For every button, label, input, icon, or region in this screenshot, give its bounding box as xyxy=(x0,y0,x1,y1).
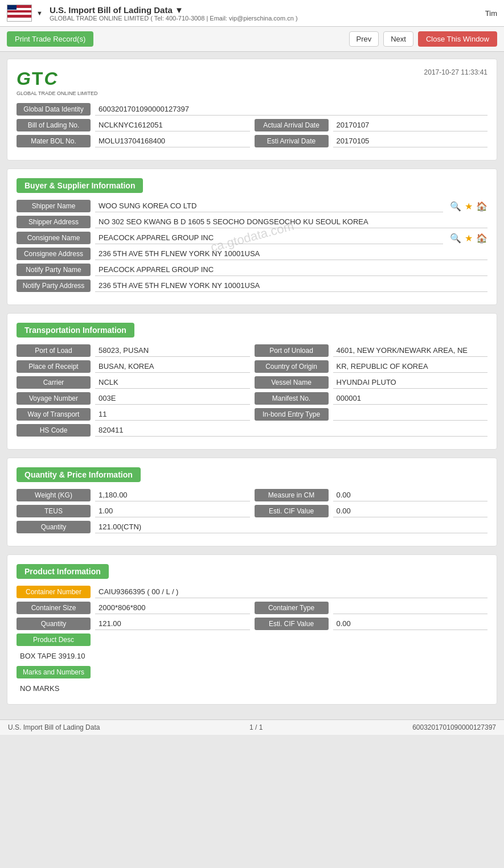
notify-party-name-label: Notify Party Name xyxy=(17,264,91,276)
prev-button[interactable]: Prev xyxy=(349,31,379,47)
bill-of-lading-label: Bill of Lading No. xyxy=(17,119,91,131)
global-data-identity-value: 6003201701090000127397 xyxy=(95,103,487,116)
notify-party-address-value: 236 5TH AVE 5TH FLNEW YORK NY 10001USA xyxy=(95,279,487,292)
master-bol-value: MOLU13704168400 xyxy=(95,135,250,147)
close-window-button[interactable]: Close This Window xyxy=(418,31,497,47)
quantity-price-title: Quantity & Price Information xyxy=(17,467,141,482)
country-of-origin-value: KR, REPUBLIC OF KOREA xyxy=(333,360,488,373)
port-of-unload-label: Port of Unload xyxy=(255,344,329,357)
transportation-title: Transportation Information xyxy=(17,323,134,338)
transportation-header: Transportation Information xyxy=(17,323,487,344)
hs-code-row: HS Code 820411 xyxy=(17,424,487,437)
carrier-label: Carrier xyxy=(17,376,91,389)
teus-cif-row: TEUS 1.00 Esti. CIF Value 0.00 xyxy=(17,505,487,517)
product-information-card: Product Information Container Number CAI… xyxy=(7,554,497,705)
prod-esti-cif-label: Esti. CIF Value xyxy=(255,618,329,630)
buyer-supplier-card: Buyer & Supplier Information Shipper Nam… xyxy=(7,168,497,305)
master-bol-label: Mater BOL No. xyxy=(17,135,91,147)
home-icon[interactable]: 🏠 xyxy=(476,201,487,212)
container-number-row: Container Number CAIU9366395 ( 00 / L / … xyxy=(17,586,487,598)
footer-center: 1 / 1 xyxy=(249,723,263,731)
container-number-label: Container Number xyxy=(17,586,91,598)
quantity-price-header: Quantity & Price Information xyxy=(17,467,487,489)
receipt-origin-row: Place of Receipt BUSAN, KOREA Country of… xyxy=(17,360,487,373)
star-icon[interactable]: ★ xyxy=(465,201,473,212)
hs-code-label: HS Code xyxy=(17,424,91,437)
shipper-name-value: WOO SUNG KOREA CO LTD xyxy=(95,200,443,212)
header-title-block: U.S. Import Bill of Lading Data ▼ GLOBAL… xyxy=(50,5,298,22)
next-button[interactable]: Next xyxy=(383,31,413,47)
toolbar: Print Trade Record(s) Prev Next Close Th… xyxy=(0,27,504,52)
consignee-address-row: Consignee Address 236 5TH AVE 5TH FLNEW … xyxy=(17,248,487,260)
vessel-name-label: Vessel Name xyxy=(255,376,329,389)
buyer-supplier-header: Buyer & Supplier Information xyxy=(17,178,487,200)
product-information-header: Product Information xyxy=(17,564,487,586)
actual-arrival-value: 20170107 xyxy=(333,119,488,131)
measure-label: Measure in CM xyxy=(255,489,329,501)
product-desc-block: Product Desc BOX TAPE 3919.10 xyxy=(17,633,487,663)
weight-measure-row: Weight (KG) 1,180.00 Measure in CM 0.00 xyxy=(17,489,487,501)
search-icon[interactable]: 🔍 xyxy=(450,201,461,212)
consignee-address-label: Consignee Address xyxy=(17,248,91,260)
esti-arrival-label: Esti Arrival Date xyxy=(255,135,329,147)
global-data-identity-label: Global Data Identity xyxy=(17,103,91,116)
flag-icon xyxy=(7,5,32,22)
footer-right: 6003201701090000127397 xyxy=(412,723,496,731)
container-number-value: CAIU9366395 ( 00 / L / ) xyxy=(95,586,487,598)
marks-and-numbers-value: NO MARKS xyxy=(17,682,487,695)
logo-company-name: GLOBAL TRADE ONLINE LIMITED xyxy=(17,90,98,96)
shipper-address-row: Shipper Address NO 302 SEO KWANG B D 160… xyxy=(17,216,487,228)
consignee-star-icon[interactable]: ★ xyxy=(465,233,473,244)
port-of-load-value: 58023, PUSAN xyxy=(95,344,250,357)
hs-code-value: 820411 xyxy=(95,424,487,437)
product-information-title: Product Information xyxy=(17,564,109,579)
logo-row: G T C GLOBAL TRADE ONLINE LIMITED 2017-1… xyxy=(17,68,487,96)
container-type-label: Container Type xyxy=(255,602,329,614)
shipper-name-row: Shipper Name WOO SUNG KOREA CO LTD 🔍 ★ 🏠 xyxy=(17,200,487,212)
weight-label: Weight (KG) xyxy=(17,489,91,501)
way-inbond-row: Way of Transport 11 In-bond Entry Type xyxy=(17,408,487,421)
manifest-no-value: 000001 xyxy=(333,392,488,405)
consignee-name-value: PEACOCK APPAREL GROUP INC xyxy=(95,232,443,244)
vessel-name-value: HYUNDAI PLUTO xyxy=(333,376,488,389)
country-of-origin-label: Country of Origin xyxy=(255,360,329,373)
bol-row: Bill of Lading No. NCLKNYC1612051 Actual… xyxy=(17,119,487,135)
consignee-name-label: Consignee Name xyxy=(17,232,91,244)
in-bond-entry-value xyxy=(333,408,488,421)
marks-and-numbers-label: Marks and Numbers xyxy=(17,666,91,678)
notify-party-address-label: Notify Party Address xyxy=(17,279,91,292)
in-bond-entry-label: In-bond Entry Type xyxy=(255,408,329,421)
shipper-icons: 🔍 ★ 🏠 xyxy=(450,201,487,212)
consignee-search-icon[interactable]: 🔍 xyxy=(450,233,461,244)
consignee-home-icon[interactable]: 🏠 xyxy=(476,233,487,244)
quantity-value: 121.00(CTN) xyxy=(95,521,487,533)
way-of-transport-label: Way of Transport xyxy=(17,408,91,421)
document-timestamp: 2017-10-27 11:33:41 xyxy=(424,68,487,76)
transportation-card: Transportation Information Port of Load … xyxy=(7,313,497,450)
shipper-address-label: Shipper Address xyxy=(17,216,91,228)
voyage-manifest-row: Voyage Number 003E Manifest No. 000001 xyxy=(17,392,487,405)
notify-party-name-row: Notify Party Name PEACOCK APPAREL GROUP … xyxy=(17,264,487,276)
buyer-supplier-title: Buyer & Supplier Information xyxy=(17,178,143,193)
shipper-name-label: Shipper Name xyxy=(17,200,91,212)
notify-party-name-value: PEACOCK APPAREL GROUP INC xyxy=(95,264,487,276)
port-row: Port of Load 58023, PUSAN Port of Unload… xyxy=(17,344,487,357)
global-data-identity-row: Global Data Identity 6003201701090000127… xyxy=(17,103,487,116)
esti-cif-label: Esti. CIF Value xyxy=(255,505,329,517)
weight-value: 1,180.00 xyxy=(95,489,250,501)
port-of-unload-value: 4601, NEW YORK/NEWARK AREA, NE xyxy=(333,344,488,357)
place-of-receipt-label: Place of Receipt xyxy=(17,360,91,373)
teus-value: 1.00 xyxy=(95,505,250,517)
consignee-address-value: 236 5TH AVE 5TH FLNEW YORK NY 10001USA xyxy=(95,248,487,260)
voyage-number-value: 003E xyxy=(95,392,250,405)
document-header-card: G T C GLOBAL TRADE ONLINE LIMITED 2017-1… xyxy=(7,59,497,161)
flag-dropdown-icon[interactable]: ▼ xyxy=(36,10,43,17)
teus-label: TEUS xyxy=(17,505,91,517)
print-button[interactable]: Print Trade Record(s) xyxy=(7,31,93,47)
carrier-value: NCLK xyxy=(95,376,250,389)
container-size-label: Container Size xyxy=(17,602,91,614)
header-subtitle: GLOBAL TRADE ONLINE LIMITED ( Tel: 400-7… xyxy=(50,15,298,22)
container-size-value: 2000*806*800 xyxy=(95,602,250,614)
tim-label: Tim xyxy=(485,9,497,18)
place-of-receipt-value: BUSAN, KOREA xyxy=(95,360,250,373)
